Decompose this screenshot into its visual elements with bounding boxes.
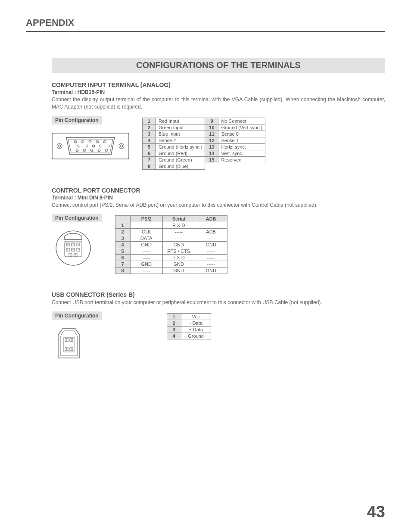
pin-number: 2 [115, 229, 130, 235]
col-header: ADB [195, 216, 227, 222]
svg-text:5: 5 [75, 140, 76, 143]
pin-number: 8 [143, 163, 156, 169]
svg-text:6: 6 [108, 145, 109, 147]
sub-title: CONTROL PORT CONNECTOR [52, 187, 385, 194]
svg-text:12: 12 [98, 149, 100, 151]
pin-value: GND [195, 242, 227, 248]
pin-number: 10 [205, 124, 218, 131]
pin-number: 14 [205, 150, 218, 156]
svg-point-4 [120, 145, 123, 147]
svg-text:1: 1 [75, 253, 76, 256]
pin-label: Reserved [218, 156, 265, 163]
pin-number: 2 [143, 124, 156, 131]
svg-text:7: 7 [72, 243, 74, 246]
pin-label: - Data [181, 320, 211, 327]
svg-text:15: 15 [76, 149, 78, 151]
pin-label: Sense 1 [218, 137, 265, 143]
svg-text:8: 8 [93, 145, 94, 147]
hdb15-pin-table: 1Red Input9No Connect2Green Input10Groun… [142, 118, 265, 170]
pin-label: Vcc [181, 314, 211, 320]
pin-number: 13 [205, 143, 218, 150]
pin-number: 7 [143, 156, 156, 163]
pin-number: 5 [115, 248, 130, 255]
pin-value: ----- [130, 255, 162, 261]
pin-label: Red Input [156, 118, 205, 124]
pin-value: ADB [195, 229, 227, 235]
pin-value: GND [195, 268, 227, 274]
pin-label: Sense 2 [156, 137, 205, 143]
pin-value: T X D [162, 255, 195, 261]
pin-value: ----- [195, 222, 227, 229]
svg-text:9: 9 [86, 145, 87, 147]
pin-number: 9 [205, 118, 218, 124]
section-control-port: CONTROL PORT CONNECTOR Terminal : Mini D… [52, 187, 385, 274]
pin-value: RTS / CTS [162, 248, 195, 255]
pin-number: 15 [205, 156, 218, 163]
section-computer-input: COMPUTER INPUT TERMINAL (ANALOG) Termina… [52, 81, 385, 170]
svg-text:6: 6 [78, 243, 79, 246]
minidin8-pin-table: PS/2SerialADB1-----R X D-----2CLK-----AD… [115, 215, 227, 274]
svg-text:4: 4 [82, 140, 84, 143]
pin-value: CLK [130, 229, 162, 235]
pin-config-label: Pin Configuration [52, 214, 102, 222]
pin-number: 11 [205, 131, 218, 137]
minidin8-diagram: 876 543 21 [52, 227, 102, 270]
pin-value: ----- [195, 261, 227, 268]
svg-text:13: 13 [91, 149, 93, 151]
svg-point-2 [58, 145, 61, 147]
svg-text:3: 3 [78, 248, 79, 251]
section-usb: USB CONNECTOR (Series B) Connect USB por… [52, 291, 385, 363]
pin-number: 4 [167, 333, 181, 339]
svg-text:1: 1 [104, 140, 106, 143]
pin-value: GND [130, 261, 162, 268]
page-header: APPENDIX [26, 17, 385, 32]
pin-label: Ground (Vert.sync.) [218, 124, 265, 131]
pin-number: 2 [167, 320, 181, 327]
description: Connect USB port terminal on your comput… [52, 299, 385, 306]
pin-number: 3 [115, 235, 130, 242]
pin-number: 6 [115, 255, 130, 261]
sub-title: USB CONNECTOR (Series B) [52, 291, 385, 298]
pin-config-label: Pin Configuration [52, 116, 102, 124]
svg-text:11: 11 [106, 149, 108, 151]
pin-value: R X D [162, 222, 195, 229]
svg-rect-0 [52, 133, 129, 159]
svg-point-1 [57, 143, 62, 149]
pin-number: 4 [115, 242, 130, 248]
pin-config-block: Pin Configuration 876 543 [52, 214, 102, 270]
hdb15-diagram: 54321 109876 1514131211 [52, 129, 129, 163]
pin-value: GND [130, 242, 162, 248]
pin-value: ----- [162, 229, 195, 235]
pin-value: GND [162, 242, 195, 248]
pin-number: 1 [115, 222, 130, 229]
svg-text:4: 4 [72, 248, 74, 251]
svg-text:14: 14 [84, 149, 86, 151]
pin-number: 12 [205, 137, 218, 143]
pin-number: 8 [115, 268, 130, 274]
pin-label: No Connect [218, 118, 265, 124]
pin-label: Green Input [156, 124, 205, 131]
col-header: Serial [162, 216, 195, 222]
svg-text:3: 3 [90, 140, 91, 143]
page-number: 43 [367, 503, 385, 521]
pin-label: Ground (Blue) [156, 163, 205, 169]
pin-config-block: Pin Configuration 54321 109876 [52, 116, 129, 163]
pin-number: 1 [143, 118, 156, 124]
pin-label: Ground (Red) [156, 150, 205, 156]
pin-value: ----- [195, 255, 227, 261]
pin-value: ----- [162, 235, 195, 242]
pin-number: 5 [143, 143, 156, 150]
pin-value: ----- [195, 248, 227, 255]
pin-label: Horiz. sync. [218, 143, 265, 150]
pin-value: DATA [130, 235, 162, 242]
svg-text:2: 2 [97, 140, 98, 143]
svg-text:7: 7 [100, 145, 102, 147]
sub-title: COMPUTER INPUT TERMINAL (ANALOG) [52, 81, 385, 88]
svg-point-3 [119, 143, 124, 149]
pin-config-block: Pin Configuration 21 34 [52, 311, 102, 363]
svg-text:10: 10 [78, 145, 80, 147]
svg-text:5: 5 [67, 248, 68, 251]
pin-number: 7 [115, 261, 130, 268]
svg-text:4: 4 [71, 348, 72, 350]
terminal-line: Terminal : Mini DIN 8-PIN [52, 195, 385, 201]
